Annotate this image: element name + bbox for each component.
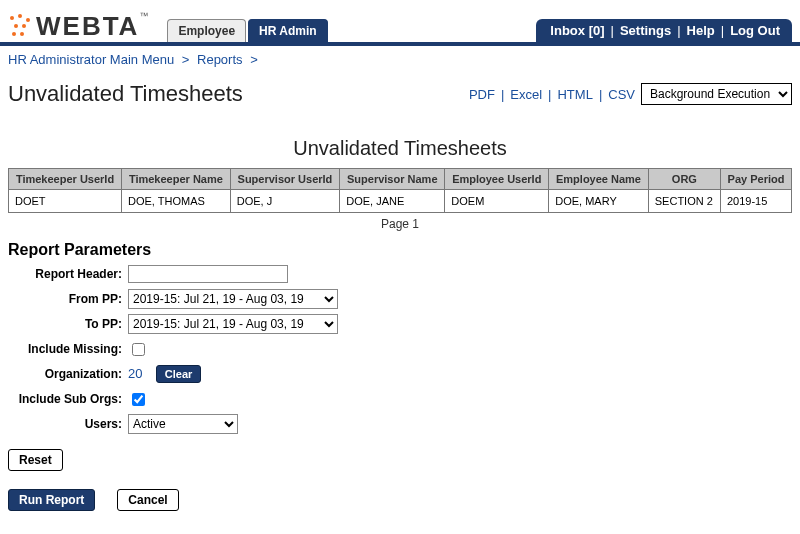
col-org: ORG bbox=[648, 169, 720, 190]
col-sup-userid: Supervisor UserId bbox=[230, 169, 339, 190]
results-table: Timekeeper UserId Timekeeper Name Superv… bbox=[8, 168, 792, 213]
table-row: DOET DOE, THOMAS DOE, J DOE, JANE DOEM D… bbox=[9, 190, 792, 213]
include-missing-checkbox[interactable] bbox=[132, 343, 145, 356]
col-pp: Pay Period bbox=[720, 169, 791, 190]
inbox-link[interactable]: Inbox [0] bbox=[550, 23, 604, 38]
col-emp-name: Employee Name bbox=[549, 169, 649, 190]
col-tk-name: Timekeeper Name bbox=[122, 169, 231, 190]
page-head: Unvalidated Timesheets PDF| Excel| HTML|… bbox=[0, 71, 800, 109]
export-row: PDF| Excel| HTML| CSV Background Executi… bbox=[469, 83, 792, 105]
pager: Page 1 bbox=[0, 217, 800, 231]
cell-org: SECTION 2 bbox=[648, 190, 720, 213]
export-html-link[interactable]: HTML bbox=[557, 87, 592, 102]
cell-tk-name: DOE, THOMAS bbox=[122, 190, 231, 213]
col-sup-name: Supervisor Name bbox=[340, 169, 445, 190]
export-excel-link[interactable]: Excel bbox=[510, 87, 542, 102]
chevron-right-icon: > bbox=[246, 52, 262, 67]
clear-org-button[interactable]: Clear bbox=[156, 365, 202, 383]
export-csv-link[interactable]: CSV bbox=[608, 87, 635, 102]
report-parameters-heading: Report Parameters bbox=[8, 241, 792, 259]
logout-link[interactable]: Log Out bbox=[730, 23, 780, 38]
label-users: Users: bbox=[8, 417, 128, 431]
col-tk-userid: Timekeeper UserId bbox=[9, 169, 122, 190]
cancel-button[interactable]: Cancel bbox=[117, 489, 178, 511]
organization-link[interactable]: 20 bbox=[128, 366, 142, 381]
breadcrumb: HR Administrator Main Menu > Reports > bbox=[0, 46, 800, 71]
reset-button[interactable]: Reset bbox=[8, 449, 63, 471]
tab-hr-admin[interactable]: HR Admin bbox=[248, 19, 328, 42]
logo-dots-icon bbox=[8, 14, 34, 40]
logo-area: WEBTA™ Employee HR Admin bbox=[8, 11, 328, 42]
include-suborgs-checkbox[interactable] bbox=[132, 393, 145, 406]
label-report-header: Report Header: bbox=[8, 267, 128, 281]
breadcrumb-reports[interactable]: Reports bbox=[197, 52, 243, 67]
run-report-button[interactable]: Run Report bbox=[8, 489, 95, 511]
logo-text: WEBTA™ bbox=[36, 11, 149, 42]
help-link[interactable]: Help bbox=[687, 23, 715, 38]
utility-nav: Inbox [0]| Settings| Help| Log Out bbox=[536, 19, 792, 42]
label-organization: Organization: bbox=[8, 367, 128, 381]
action-row: Run Report Cancel bbox=[8, 489, 792, 511]
cell-sup-userid: DOE, J bbox=[230, 190, 339, 213]
chevron-right-icon: > bbox=[178, 52, 194, 67]
topbar: WEBTA™ Employee HR Admin Inbox [0]| Sett… bbox=[0, 0, 800, 46]
background-execution-select[interactable]: Background Execution bbox=[641, 83, 792, 105]
label-include-missing: Include Missing: bbox=[8, 342, 128, 356]
users-select[interactable]: Active bbox=[128, 414, 238, 434]
cell-sup-name: DOE, JANE bbox=[340, 190, 445, 213]
from-pp-select[interactable]: 2019-15: Jul 21, 19 - Aug 03, 19 bbox=[128, 289, 338, 309]
col-emp-userid: Employee UserId bbox=[445, 169, 549, 190]
report-header-input[interactable] bbox=[128, 265, 288, 283]
tab-employee[interactable]: Employee bbox=[167, 19, 246, 42]
cell-tk-userid: DOET bbox=[9, 190, 122, 213]
to-pp-select[interactable]: 2019-15: Jul 21, 19 - Aug 03, 19 bbox=[128, 314, 338, 334]
section-title: Unvalidated Timesheets bbox=[0, 137, 800, 160]
settings-link[interactable]: Settings bbox=[620, 23, 671, 38]
page-title: Unvalidated Timesheets bbox=[8, 81, 243, 107]
cell-emp-userid: DOEM bbox=[445, 190, 549, 213]
cell-emp-name: DOE, MARY bbox=[549, 190, 649, 213]
export-pdf-link[interactable]: PDF bbox=[469, 87, 495, 102]
label-from-pp: From PP: bbox=[8, 292, 128, 306]
cell-pp: 2019-15 bbox=[720, 190, 791, 213]
label-include-suborgs: Include Sub Orgs: bbox=[8, 392, 128, 406]
table-header-row: Timekeeper UserId Timekeeper Name Superv… bbox=[9, 169, 792, 190]
role-tabs: Employee HR Admin bbox=[167, 19, 327, 42]
label-to-pp: To PP: bbox=[8, 317, 128, 331]
breadcrumb-root[interactable]: HR Administrator Main Menu bbox=[8, 52, 174, 67]
report-parameters: Report Header: From PP: 2019-15: Jul 21,… bbox=[8, 263, 792, 435]
